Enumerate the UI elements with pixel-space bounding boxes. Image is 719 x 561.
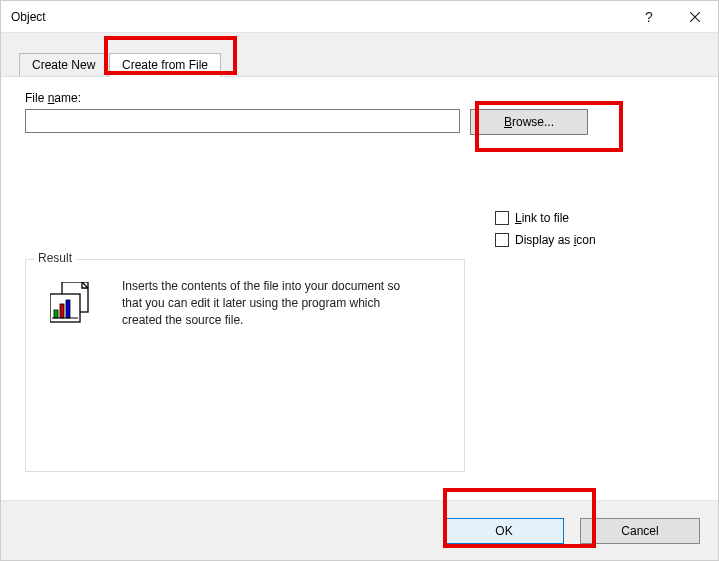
dialog-content: File name: Browse... Link to file Displa… — [1, 77, 718, 500]
result-text: Inserts the contents of the file into yo… — [122, 278, 412, 329]
close-button[interactable] — [672, 1, 718, 33]
svg-rect-5 — [60, 304, 64, 318]
cancel-button[interactable]: Cancel — [580, 518, 700, 544]
filename-label: File name: — [25, 91, 698, 105]
result-groupbox: Result Inserts the contents of the file … — [25, 259, 465, 472]
title-bar: Object ? — [1, 1, 718, 33]
browse-button[interactable]: Browse... — [470, 109, 588, 135]
checkbox-icon — [495, 211, 509, 225]
checkbox-icon — [495, 233, 509, 247]
svg-rect-6 — [66, 300, 70, 318]
link-to-file-checkbox[interactable]: Link to file — [495, 207, 596, 229]
dialog-footer: OK Cancel — [1, 500, 718, 560]
result-title: Result — [34, 251, 76, 265]
tab-create-new[interactable]: Create New — [19, 53, 108, 77]
options-group: Link to file Display as icon — [495, 207, 596, 251]
display-as-icon-label: Display as icon — [515, 233, 596, 247]
tab-strip: Create New Create from File — [1, 33, 718, 77]
help-button[interactable]: ? — [626, 1, 672, 33]
display-as-icon-checkbox[interactable]: Display as icon — [495, 229, 596, 251]
link-to-file-label: Link to file — [515, 211, 569, 225]
close-icon — [690, 12, 700, 22]
svg-rect-4 — [54, 310, 58, 318]
filename-input[interactable] — [25, 109, 460, 133]
tab-create-new-label: Create New — [32, 58, 95, 72]
document-chart-icon — [50, 282, 98, 326]
tab-create-from-file[interactable]: Create from File — [109, 53, 221, 77]
tab-create-from-file-label: Create from File — [122, 58, 208, 72]
dialog-title: Object — [1, 10, 46, 24]
ok-button[interactable]: OK — [444, 518, 564, 544]
